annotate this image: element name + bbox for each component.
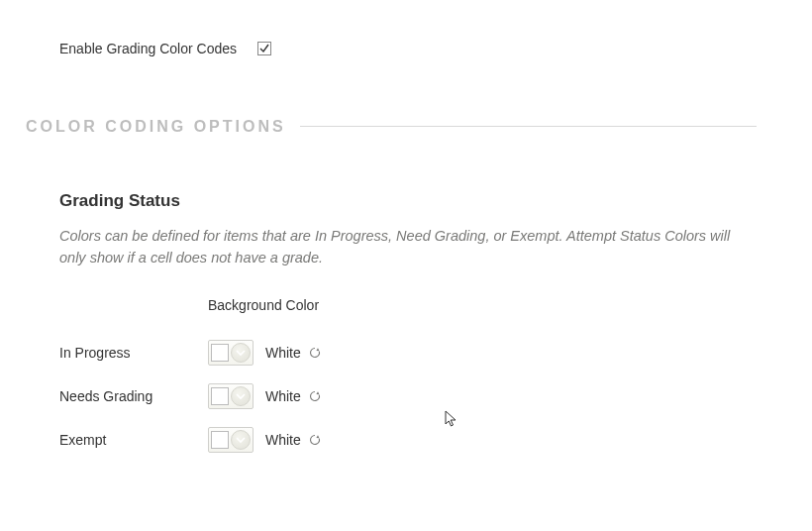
refresh-icon (309, 390, 321, 402)
color-swatch (211, 344, 229, 362)
checkmark-icon (258, 43, 270, 54)
enable-grading-label: Enable Grading Color Codes (59, 40, 238, 58)
color-name: White (265, 345, 301, 361)
grading-status-description: Colors can be defined for items that are… (59, 225, 753, 269)
row-label: In Progress (59, 345, 208, 361)
color-row-needs-grading: Needs Grading White (59, 374, 784, 418)
color-swatch (211, 431, 229, 449)
color-swatch (211, 387, 229, 405)
section-divider: COLOR CODING OPTIONS (26, 118, 784, 136)
reset-color-in-progress[interactable] (309, 347, 321, 359)
color-picker-exempt[interactable] (208, 427, 254, 453)
section-title: COLOR CODING OPTIONS (26, 118, 300, 136)
color-picker-needs-grading[interactable] (208, 383, 254, 409)
color-row-exempt: Exempt White (59, 418, 784, 462)
refresh-icon (309, 347, 321, 359)
refresh-icon (309, 434, 321, 446)
color-name: White (265, 388, 301, 404)
background-color-column-header: Background Color (208, 297, 784, 313)
color-picker-in-progress[interactable] (208, 340, 254, 366)
chevron-down-icon (231, 430, 251, 450)
row-label: Exempt (59, 432, 208, 448)
row-label: Needs Grading (59, 388, 208, 404)
enable-grading-color-codes-row: Enable Grading Color Codes (59, 40, 784, 58)
chevron-down-icon (231, 386, 251, 406)
chevron-down-icon (231, 343, 251, 363)
divider-line (300, 126, 757, 127)
reset-color-exempt[interactable] (309, 434, 321, 446)
enable-grading-checkbox[interactable] (257, 42, 271, 55)
grading-status-heading: Grading Status (59, 191, 784, 211)
color-row-in-progress: In Progress White (59, 331, 784, 374)
reset-color-needs-grading[interactable] (309, 390, 321, 402)
color-name: White (265, 432, 301, 448)
